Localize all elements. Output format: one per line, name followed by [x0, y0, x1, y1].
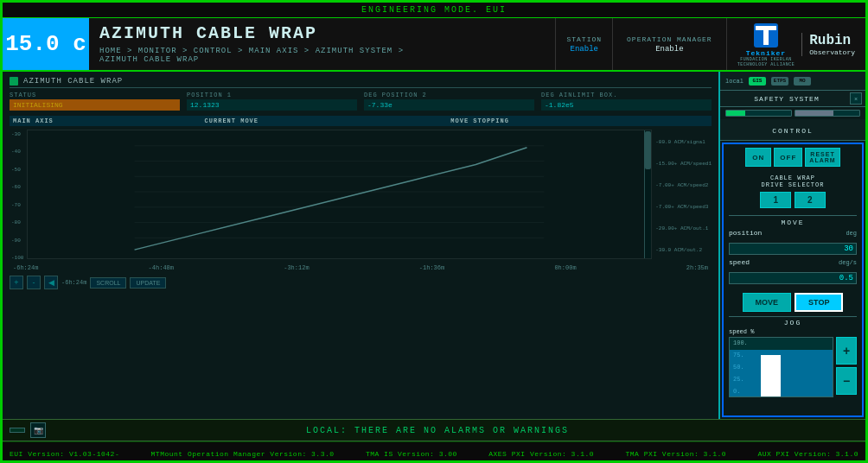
- update-button[interactable]: UPDATE: [130, 277, 166, 289]
- status-value: INITIALISING: [10, 99, 180, 111]
- safety-mo-text: MO: [799, 78, 805, 84]
- logo-section: Tekniker FUNDACION IKERLAN TECHNOLOGY AL…: [726, 18, 865, 70]
- table-header-main-axis: MAIN AXIS: [10, 116, 201, 126]
- speed-label: speed: [729, 258, 750, 266]
- off-button[interactable]: OFF: [774, 148, 802, 167]
- time-range-display: -6h:24m: [61, 279, 86, 286]
- operation-manager-label: OPERATION MANAGER: [627, 35, 712, 43]
- control-label: CONTROL: [772, 127, 814, 135]
- x-label-1: -4h:48m: [149, 264, 174, 271]
- page-title: AZIMUTH CABLE WRAP: [99, 23, 545, 43]
- ainlimit-item: DEG AINLIMIT BOX. -1.82e5: [541, 92, 712, 111]
- speed-fill: [730, 350, 833, 396]
- safety-close-button[interactable]: ×: [850, 92, 862, 105]
- move-button[interactable]: MOVE: [743, 293, 792, 312]
- x-label-3: -1h:36m: [419, 264, 444, 271]
- progress-gray: [795, 111, 834, 116]
- warning-text: LOCAL: THERE ARE NO ALARMS OR WARNINGS: [306, 426, 569, 435]
- left-panel: AZIMUTH CABLE WRAP STATUS INITIALISING P…: [3, 72, 718, 419]
- progress-bar: [725, 110, 792, 117]
- y-label-5: -70: [10, 202, 23, 208]
- data-table: MAIN AXIS CURRENT MOVE MOVE STOPPING: [10, 116, 712, 126]
- jog-speed-label: speed %: [729, 328, 857, 335]
- channel-label-5: -30.0 ACM/out.2: [655, 247, 712, 253]
- y-axis-labels: -30 -40 -50 -60 -70 -80 -90 -100: [10, 130, 23, 263]
- safety-etps-indicator: ETPS: [771, 77, 788, 86]
- y-label-4: -60: [10, 184, 23, 190]
- zoom-in-button[interactable]: +: [10, 276, 23, 289]
- pan-left-button[interactable]: ◀: [44, 276, 58, 289]
- status-row: STATUS INITIALISING POSITION 1 12.1323 D…: [10, 92, 712, 111]
- y-label-8: -100: [10, 255, 23, 261]
- zoom-out-button[interactable]: -: [27, 276, 41, 289]
- safety-etps-text: ETPS: [774, 78, 786, 84]
- speed-input[interactable]: [729, 272, 857, 284]
- station-section: STATION Enable: [555, 18, 612, 70]
- on-button[interactable]: ON: [745, 148, 771, 167]
- speed-slider[interactable]: 100. 75. 50. 25. 0.: [729, 337, 833, 397]
- drive-2-button[interactable]: 2: [795, 192, 826, 208]
- warning-camera-icon[interactable]: 📷: [30, 422, 46, 438]
- breadcrumb: HOME > MONITOR > CONTROL > MAIN AXIS > A…: [99, 47, 545, 64]
- axes-pxi-version: AXES PXI Version: 3.1.0: [488, 450, 594, 458]
- position2-item: DEG POSITION 2 -7.33e: [364, 92, 534, 111]
- drive-1-button[interactable]: 1: [760, 192, 791, 208]
- warning-left: 📷: [3, 422, 306, 438]
- chart-scrollbar[interactable]: [644, 130, 651, 258]
- y-label-7: -90: [10, 238, 23, 244]
- chart-area: [27, 130, 652, 259]
- position1-label: POSITION 1: [187, 92, 357, 98]
- zoom-controls: + - ◀ -6h:24m SCROLL UPDATE: [10, 273, 712, 292]
- safety-gis-indicator: GIS: [749, 77, 766, 86]
- position1-item: POSITION 1 12.1323: [187, 92, 357, 111]
- warning-action-button[interactable]: [10, 428, 25, 433]
- tma-pxi-version: TMA PXI Version: 3.1.0: [625, 450, 726, 458]
- move-section: MOVE position deg speed deg/s: [724, 212, 862, 290]
- status-item: STATUS INITIALISING: [10, 92, 180, 111]
- header-row: 15.0 c AZIMUTH CABLE WRAP HOME > MONITOR…: [3, 18, 865, 72]
- panel-title-text: AZIMUTH CABLE WRAP: [23, 77, 123, 86]
- right-channel-labels: -00.0 ACM/signal -15.00+ ACM/speed1 -7.0…: [655, 130, 712, 263]
- position2-label: DEG POSITION 2: [364, 92, 534, 98]
- safety-mo-indicator: MO: [794, 77, 811, 86]
- speed-tick-100: 100.: [733, 339, 829, 346]
- progress-bar-2: [795, 110, 861, 117]
- progress-green: [726, 111, 745, 116]
- position-label: position: [729, 229, 762, 237]
- drive-selector-title: CABLE WRAP DRIVE SELECTOR: [729, 172, 857, 189]
- station-value: Enable: [571, 45, 598, 54]
- top-bar-title: ENGINEERING MODE. EUI: [361, 5, 507, 15]
- speed-field-row: speed deg/s: [729, 258, 857, 266]
- x-label-2: -3h:12m: [284, 264, 309, 271]
- drive-btn-row: 1 2: [729, 189, 857, 211]
- left-inner: AZIMUTH CABLE WRAP STATUS INITIALISING P…: [3, 72, 718, 419]
- operation-manager-value: Enable: [655, 45, 683, 54]
- aux-pxi-version: AUX PXI Version: 3.1.0: [757, 450, 858, 458]
- ainlimit-value: -1.82e5: [541, 99, 712, 111]
- reset-alarm-button[interactable]: RESET ALARM: [805, 148, 839, 167]
- stop-button[interactable]: STOP: [795, 293, 843, 312]
- speed-minus-button[interactable]: −: [836, 367, 857, 395]
- control-section: CONTROL: [720, 119, 865, 141]
- table-header-current-move: CURRENT MOVE: [201, 116, 448, 126]
- right-panel: local GIS ETPS MO SAFETY SYSTEM ×: [718, 72, 865, 419]
- tma-is-version: TMA IS Version: 3.00: [366, 450, 457, 458]
- top-bar: ENGINEERING MODE. EUI: [3, 3, 865, 18]
- safety-bar: local GIS ETPS MO: [720, 72, 865, 91]
- speed-white-bar: [761, 355, 782, 396]
- position-input[interactable]: [729, 243, 857, 255]
- channel-label-4: -20.00+ ACM/out.1: [655, 225, 712, 232]
- y-label-6: -80: [10, 219, 23, 225]
- scroll-button[interactable]: SCROLL: [90, 277, 126, 289]
- x-label-4: 0h:00m: [554, 264, 576, 271]
- mtmount-version: MTMount Operation Manager Version: 3.3.0: [151, 450, 335, 458]
- speed-plus-button[interactable]: +: [836, 337, 857, 365]
- y-label-3: -50: [10, 167, 23, 173]
- bottom-bar: EUI Version: V1.03-1042- MTMount Operati…: [3, 441, 865, 463]
- drive-selector-section: CABLE WRAP DRIVE SELECTOR 1 2: [724, 170, 862, 212]
- rubin-text: Rubin: [809, 33, 855, 48]
- move-stop-row: MOVE STOP: [724, 290, 862, 314]
- operation-manager-section: OPERATION MANAGER Enable: [612, 18, 726, 70]
- channel-label-0: -00.0 ACM/signal: [655, 139, 712, 145]
- ainlimit-label: DEG AINLIMIT BOX.: [541, 92, 712, 98]
